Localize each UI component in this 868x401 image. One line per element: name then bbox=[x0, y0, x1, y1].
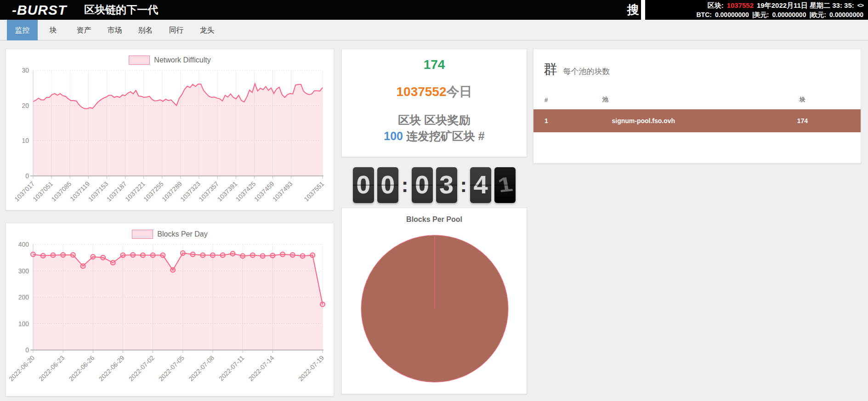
clock-digit-2: 0 bbox=[377, 167, 398, 203]
block-height-value: 1037552 bbox=[727, 1, 754, 10]
svg-text:300: 300 bbox=[18, 267, 29, 275]
svg-text:1037493: 1037493 bbox=[271, 180, 294, 203]
pools-subtitle: 每个池的块数 bbox=[563, 67, 610, 76]
svg-text:1037323: 1037323 bbox=[179, 180, 202, 203]
svg-text:2022-06-23: 2022-06-23 bbox=[37, 354, 66, 383]
svg-text:400: 400 bbox=[18, 241, 29, 248]
svg-text:1037051: 1037051 bbox=[31, 180, 54, 203]
pie-title: Blocks Per Pool bbox=[342, 215, 527, 224]
svg-text:2022-07-14: 2022-07-14 bbox=[247, 354, 275, 383]
svg-text:1037221: 1037221 bbox=[123, 180, 146, 203]
btc-value: 0.00000000 bbox=[715, 10, 749, 19]
block-stats-card: 174 1037552今日 区块 区块奖励 100 连发挖矿区块 # bbox=[341, 49, 527, 157]
col-header-pool[interactable]: 池 bbox=[589, 90, 744, 109]
block-label: 区块: bbox=[708, 1, 724, 10]
blocks-per-day-legend-swatch bbox=[132, 230, 153, 239]
svg-text:2022-07-11: 2022-07-11 bbox=[217, 354, 245, 382]
col-header-blocks[interactable]: 块 bbox=[744, 90, 861, 109]
blocks-per-day-chart: 01002003004002022-06-202022-06-232022-06… bbox=[9, 240, 331, 401]
blocks-today-value: 174 bbox=[342, 57, 527, 72]
difficulty-legend-label: Network Difficulty bbox=[154, 56, 210, 64]
col-header-rank[interactable]: # bbox=[533, 90, 589, 109]
svg-text:0: 0 bbox=[25, 172, 29, 180]
svg-text:20: 20 bbox=[22, 102, 29, 109]
block-reward-label: 区块 区块奖励 bbox=[342, 113, 527, 128]
search-input[interactable] bbox=[641, 0, 645, 20]
current-height-value: 1037552 bbox=[396, 85, 446, 99]
block-height-line: 1037552今日 bbox=[342, 83, 527, 101]
search-label: 搜 bbox=[627, 2, 639, 18]
svg-text:100: 100 bbox=[18, 320, 29, 328]
difficulty-legend-swatch bbox=[129, 56, 150, 65]
burst-logo[interactable]: -BURST bbox=[12, 2, 67, 18]
clock-digit-5: 4 bbox=[470, 167, 491, 203]
svg-text:1037017: 1037017 bbox=[13, 180, 36, 203]
svg-text:1037289: 1037289 bbox=[160, 180, 183, 203]
svg-text:1037425: 1037425 bbox=[234, 180, 257, 203]
datetime-text: 19年2022月11日 星期二 33: 35: bbox=[757, 1, 854, 10]
pool-row[interactable]: 1 signum-pool.fso.ovh 174 bbox=[533, 109, 861, 132]
difficulty-legend[interactable]: Network Difficulty bbox=[6, 56, 334, 65]
svg-text:2022-06-20: 2022-06-20 bbox=[9, 354, 36, 383]
svg-text:1037357: 1037357 bbox=[197, 180, 220, 203]
site-title: 区块链的下一代 bbox=[84, 3, 158, 17]
top-header: -BURST 区块链的下一代 搜 区块: 1037552 19年2022月11日… bbox=[0, 0, 868, 20]
reward-line: 100 连发挖矿区块 # bbox=[342, 129, 527, 144]
pools-card: 群 每个池的块数 # 池 块 1 signum-pool.fso.ovh 174 bbox=[533, 49, 861, 164]
reward-rest-label: 连发挖矿区块 # bbox=[406, 130, 485, 142]
svg-text:1037551: 1037551 bbox=[302, 180, 325, 203]
tab-monitor[interactable]: 监控 bbox=[7, 20, 38, 40]
svg-text:2022-07-19: 2022-07-19 bbox=[297, 354, 325, 383]
blocks-per-pool-pie bbox=[342, 224, 528, 387]
svg-text:2022-07-05: 2022-07-05 bbox=[157, 354, 186, 383]
svg-text:1037391: 1037391 bbox=[216, 180, 238, 203]
main-nav: 监控 块 资产 市场 别名 同行 龙头 bbox=[0, 20, 868, 40]
usd-label: |美元: bbox=[752, 10, 769, 19]
network-difficulty-chart: 0102030103701710370511037085103711910371… bbox=[9, 66, 331, 206]
pools-table-header-row: # 池 块 bbox=[533, 90, 861, 109]
svg-text:1037085: 1037085 bbox=[50, 180, 73, 203]
svg-text:10: 10 bbox=[22, 137, 29, 144]
clock-digit-6-flipping: 1 bbox=[494, 167, 516, 203]
burst-explorer-app: -BURST 区块链的下一代 搜 区块: 1037552 19年2022月11日… bbox=[0, 0, 868, 401]
pool-rank: 1 bbox=[533, 109, 589, 132]
svg-text:2022-06-26: 2022-06-26 bbox=[67, 354, 96, 383]
price-info-line: BTC: 0.00000000 |美元: 0.00000000 |欧元: 0.0… bbox=[645, 10, 863, 19]
usd-value: 0.00000000 bbox=[772, 10, 806, 19]
clock-digit-3: 0 bbox=[412, 167, 433, 203]
blocks-per-pool-card: Blocks Per Pool bbox=[341, 208, 527, 394]
blocks-per-day-legend-label: Blocks Per Day bbox=[157, 230, 207, 238]
tab-market[interactable]: 市场 bbox=[99, 20, 130, 40]
svg-text:2022-06-29: 2022-06-29 bbox=[97, 354, 125, 383]
svg-text:1037459: 1037459 bbox=[252, 180, 275, 203]
network-difficulty-card: Network Difficulty 010203010370171037051… bbox=[6, 49, 334, 210]
tab-assets[interactable]: 资产 bbox=[68, 20, 99, 40]
eur-value: 0.00000000 bbox=[829, 10, 863, 19]
tab-blocks[interactable]: 块 bbox=[38, 20, 68, 40]
clock-colon-1: : bbox=[402, 169, 408, 201]
block-info-line: 区块: 1037552 19年2022月11日 星期二 33: 35: <> bbox=[645, 1, 863, 10]
svg-text:1037187: 1037187 bbox=[105, 180, 128, 203]
clock-digit-4: 3 bbox=[436, 167, 457, 203]
clock-digit-1: 0 bbox=[353, 167, 374, 203]
svg-text:2022-07-02: 2022-07-02 bbox=[127, 354, 155, 383]
svg-text:30: 30 bbox=[22, 67, 29, 74]
today-suffix: 今日 bbox=[447, 85, 472, 99]
eur-label: |欧元: bbox=[809, 10, 826, 19]
pool-name[interactable]: signum-pool.fso.ovh bbox=[589, 109, 744, 132]
expand-icon[interactable]: <> bbox=[857, 1, 863, 10]
btc-label: BTC: bbox=[696, 10, 711, 19]
blocks-per-day-card: Blocks Per Day 01002003004002022-06-2020… bbox=[6, 223, 334, 396]
clock-colon-2: : bbox=[460, 169, 467, 201]
svg-text:200: 200 bbox=[18, 294, 29, 301]
svg-text:0: 0 bbox=[25, 346, 29, 354]
tab-aliases[interactable]: 别名 bbox=[130, 20, 161, 40]
pools-table: # 池 块 1 signum-pool.fso.ovh 174 bbox=[533, 90, 861, 132]
reward-value: 100 bbox=[384, 130, 403, 142]
tab-faucet[interactable]: 龙头 bbox=[192, 20, 222, 40]
tab-peers[interactable]: 同行 bbox=[161, 20, 192, 40]
pool-blocks: 174 bbox=[744, 109, 861, 132]
blocks-per-day-legend[interactable]: Blocks Per Day bbox=[6, 230, 334, 239]
svg-text:2022-07-08: 2022-07-08 bbox=[187, 354, 216, 383]
svg-text:1037255: 1037255 bbox=[142, 180, 165, 203]
